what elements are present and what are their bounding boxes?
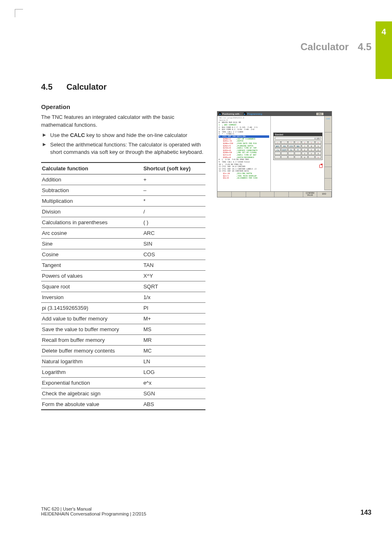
calculator-keypad: +-*/()=ARCSINCOSTAN789x^ySQRT1/xPI456123… [274, 140, 322, 160]
calc-key[interactable]: * [288, 141, 294, 144]
cursor-icon [319, 165, 323, 168]
calc-key[interactable] [288, 156, 294, 159]
softkey[interactable] [274, 192, 289, 197]
functions-table: Calculate function Shortcut (soft key) A… [41, 162, 205, 410]
table-cell: Subtraction [41, 185, 143, 196]
table-cell: + [143, 174, 205, 185]
table-cell: Exponential function [41, 378, 143, 388]
calc-key[interactable]: 5 [308, 148, 314, 151]
table-cell: PI [143, 303, 205, 313]
table-cell: e^x [143, 378, 205, 388]
calc-key[interactable]: 1 [302, 152, 308, 155]
table-cell: MC [143, 346, 205, 356]
calc-key[interactable]: x^y [274, 148, 281, 151]
tnc-screenshot: ▶Positioning with… ▶Programming DNC 14:0… [217, 111, 332, 197]
subheading: Operation [41, 103, 205, 110]
sidebar-slot [325, 144, 332, 156]
table-cell: pi (3.14159265359) [41, 303, 143, 313]
calc-key[interactable]: 6 [315, 148, 321, 151]
calc-key[interactable] [281, 156, 287, 159]
calc-key[interactable]: - [281, 141, 287, 144]
table-row: Exponential functione^x [41, 378, 205, 388]
clock-label: 14:02 [325, 118, 331, 121]
table-header: Shortcut (soft key) [143, 163, 205, 174]
footer-line: TNC 620 | User's Manual [41, 506, 146, 511]
table-row: pi (3.14159265359)PI [41, 303, 205, 313]
table-cell: ABS [143, 399, 205, 410]
table-row: Calculations in parentheses( ) [41, 217, 205, 228]
section-title: Calculator [67, 82, 107, 92]
table-row: Natural logarithmLN [41, 356, 205, 367]
sidebar-slot [325, 121, 332, 132]
table-row: Form the absolute valueABS [41, 399, 205, 410]
calculator-title: Standard [274, 133, 322, 136]
calc-key[interactable] [281, 152, 287, 155]
calc-key[interactable] [295, 156, 301, 159]
calc-key[interactable]: 4 [302, 148, 308, 151]
calc-key[interactable]: ( [302, 141, 308, 144]
mode-icon: ▶ [244, 112, 247, 115]
calc-key[interactable]: 1/x [288, 148, 294, 151]
screenshot-header: ▶Positioning with… ▶Programming DNC [217, 111, 332, 116]
calc-key[interactable] [274, 156, 281, 159]
calc-key[interactable]: = [315, 141, 321, 144]
softkey[interactable] [217, 192, 232, 197]
calc-key[interactable]: TAN [295, 144, 301, 148]
sidebar-slot [325, 179, 332, 190]
table-cell: Form the absolute value [41, 399, 143, 410]
table-cell: SGN [143, 388, 205, 399]
calc-key[interactable]: / [295, 141, 301, 144]
table-cell: Division [41, 207, 143, 217]
calc-key[interactable]: 3 [315, 152, 321, 155]
softkey[interactable] [246, 192, 261, 197]
calc-key[interactable]: 2 [308, 152, 314, 155]
screenshot-sidebar: 14:02 [324, 116, 332, 190]
table-row: Save the value to buffer memoryMS [41, 324, 205, 335]
bullet-item: Select the arithmetical functions: The c… [41, 141, 205, 157]
table-row: Inversion1/x [41, 292, 205, 303]
calc-key[interactable]: 8 [308, 144, 314, 148]
calc-key[interactable] [295, 152, 301, 155]
table-row: Multiplication* [41, 196, 205, 207]
softkey[interactable] [232, 192, 246, 197]
calc-key[interactable]: SQRT [281, 148, 287, 151]
screenshot-column: ▶Positioning with… ▶Programming DNC 14:0… [217, 111, 332, 197]
mode-icon: ▶ [219, 112, 221, 115]
screenshot-body: TNC:\nc_prog\PGM\EX11.H *BLK14.M 0 BEGIN… [217, 116, 324, 191]
table-cell: Powers of values [41, 271, 143, 281]
table-cell: Natural logarithm [41, 356, 143, 367]
section-heading: 4.5 Calculator [41, 82, 205, 92]
table-cell: Arc cosine [41, 228, 143, 239]
calc-key[interactable]: PI [295, 148, 301, 151]
table-cell: Delete buffer memory contents [41, 346, 143, 356]
table-row: CosineCOS [41, 249, 205, 260]
softkey[interactable]: CONFIRM VALUE [303, 192, 318, 197]
calc-key[interactable]: ARC [274, 144, 281, 148]
table-header-row: Calculate function Shortcut (soft key) [41, 163, 205, 174]
calc-key[interactable]: 9 [315, 144, 321, 148]
calc-key[interactable]: . [308, 156, 314, 159]
table-cell: M+ [143, 313, 205, 324]
sidebar-slot [325, 132, 332, 144]
calc-key[interactable]: ± [315, 156, 321, 159]
calc-key[interactable]: ) [308, 141, 314, 144]
mode-tab: ▶Programming [244, 112, 262, 115]
text-column: 4.5 Calculator Operation The TNC feature… [41, 82, 205, 410]
calc-key[interactable]: 7 [302, 144, 308, 148]
softkey[interactable]: END [317, 192, 332, 197]
softkey[interactable] [289, 192, 303, 197]
calc-key[interactable]: SIN [281, 144, 287, 148]
softkey[interactable] [260, 192, 274, 197]
table-row: Powers of valuesX^Y [41, 271, 205, 281]
calc-key[interactable] [288, 152, 294, 155]
table-cell: ( ) [143, 217, 205, 228]
calculator-display: 0.100 [275, 137, 321, 139]
table-cell: Square root [41, 281, 143, 292]
calc-key[interactable]: 0 [302, 156, 308, 159]
calc-key[interactable]: COS [288, 144, 294, 148]
nc-code-panel: TNC:\nc_prog\PGM\EX11.H *BLK14.M 0 BEGIN… [217, 116, 271, 191]
chapter-tab: 4 [376, 21, 392, 79]
calc-key[interactable]: + [274, 141, 281, 144]
intro-paragraph: The TNC features an integrated calculato… [41, 114, 205, 129]
calc-key[interactable] [274, 152, 281, 155]
